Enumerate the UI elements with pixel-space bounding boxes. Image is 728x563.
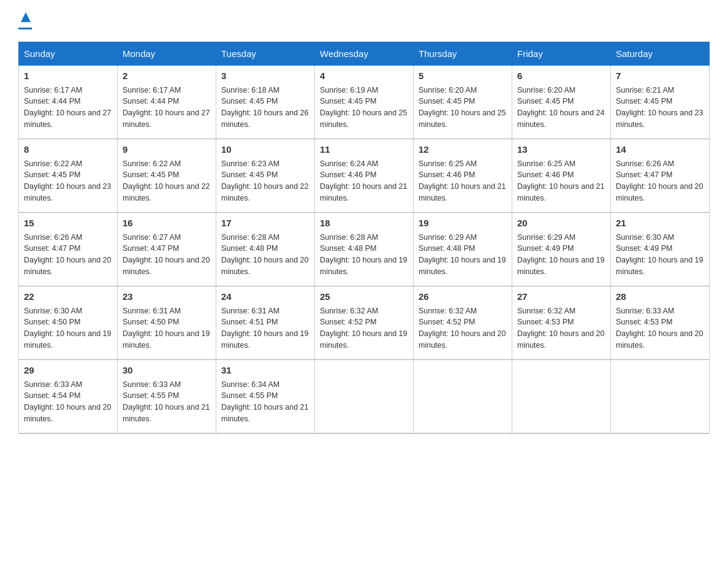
day-info: Sunrise: 6:17 AMSunset: 4:44 PMDaylight:… bbox=[24, 85, 112, 131]
day-info: Sunrise: 6:17 AMSunset: 4:44 PMDaylight:… bbox=[123, 85, 211, 131]
calendar-cell: 5Sunrise: 6:20 AMSunset: 4:45 PMDaylight… bbox=[414, 66, 512, 139]
day-info: Sunrise: 6:29 AMSunset: 4:48 PMDaylight:… bbox=[419, 232, 507, 278]
col-header-sunday: Sunday bbox=[19, 42, 118, 66]
calendar-header-row: SundayMondayTuesdayWednesdayThursdayFrid… bbox=[19, 42, 710, 66]
calendar-cell: 13Sunrise: 6:25 AMSunset: 4:46 PMDayligh… bbox=[512, 139, 611, 213]
day-number: 14 bbox=[616, 143, 704, 157]
day-number: 23 bbox=[123, 290, 211, 304]
day-number: 31 bbox=[221, 364, 309, 378]
day-number: 11 bbox=[320, 143, 408, 157]
day-info: Sunrise: 6:34 AMSunset: 4:55 PMDaylight:… bbox=[221, 379, 309, 425]
day-info: Sunrise: 6:21 AMSunset: 4:45 PMDaylight:… bbox=[616, 85, 704, 131]
page-header bbox=[18, 12, 710, 29]
calendar-cell: 6Sunrise: 6:20 AMSunset: 4:45 PMDaylight… bbox=[512, 66, 611, 139]
day-number: 30 bbox=[123, 364, 211, 378]
day-info: Sunrise: 6:32 AMSunset: 4:53 PMDaylight:… bbox=[517, 305, 605, 351]
day-info: Sunrise: 6:26 AMSunset: 4:47 PMDaylight:… bbox=[24, 232, 112, 278]
calendar-cell: 7Sunrise: 6:21 AMSunset: 4:45 PMDaylight… bbox=[611, 66, 710, 139]
day-info: Sunrise: 6:25 AMSunset: 4:46 PMDaylight:… bbox=[419, 158, 507, 204]
day-info: Sunrise: 6:30 AMSunset: 4:49 PMDaylight:… bbox=[616, 232, 704, 278]
calendar-cell: 1Sunrise: 6:17 AMSunset: 4:44 PMDaylight… bbox=[19, 66, 118, 139]
day-info: Sunrise: 6:23 AMSunset: 4:45 PMDaylight:… bbox=[221, 158, 309, 204]
calendar-week-row: 29Sunrise: 6:33 AMSunset: 4:54 PMDayligh… bbox=[19, 360, 710, 434]
day-info: Sunrise: 6:22 AMSunset: 4:45 PMDaylight:… bbox=[123, 158, 211, 204]
day-info: Sunrise: 6:25 AMSunset: 4:46 PMDaylight:… bbox=[517, 158, 605, 204]
day-info: Sunrise: 6:31 AMSunset: 4:50 PMDaylight:… bbox=[123, 305, 211, 351]
calendar-week-row: 15Sunrise: 6:26 AMSunset: 4:47 PMDayligh… bbox=[19, 213, 710, 286]
logo bbox=[18, 12, 32, 29]
day-number: 21 bbox=[616, 216, 704, 231]
calendar-cell: 22Sunrise: 6:30 AMSunset: 4:50 PMDayligh… bbox=[19, 286, 118, 360]
day-number: 6 bbox=[517, 69, 605, 83]
calendar-cell: 16Sunrise: 6:27 AMSunset: 4:47 PMDayligh… bbox=[118, 213, 216, 286]
day-number: 15 bbox=[24, 216, 112, 231]
day-info: Sunrise: 6:33 AMSunset: 4:53 PMDaylight:… bbox=[616, 305, 704, 351]
col-header-thursday: Thursday bbox=[414, 42, 512, 66]
calendar-cell bbox=[611, 360, 710, 434]
day-number: 7 bbox=[616, 69, 704, 83]
calendar-cell: 19Sunrise: 6:29 AMSunset: 4:48 PMDayligh… bbox=[414, 213, 512, 286]
calendar-cell: 11Sunrise: 6:24 AMSunset: 4:46 PMDayligh… bbox=[315, 139, 414, 213]
day-number: 26 bbox=[419, 290, 507, 304]
calendar-cell: 30Sunrise: 6:33 AMSunset: 4:55 PMDayligh… bbox=[118, 360, 216, 434]
day-info: Sunrise: 6:32 AMSunset: 4:52 PMDaylight:… bbox=[320, 305, 408, 351]
day-number: 8 bbox=[24, 143, 112, 157]
day-number: 27 bbox=[517, 290, 605, 304]
calendar-cell: 23Sunrise: 6:31 AMSunset: 4:50 PMDayligh… bbox=[118, 286, 216, 360]
day-info: Sunrise: 6:20 AMSunset: 4:45 PMDaylight:… bbox=[419, 85, 507, 131]
calendar-cell bbox=[512, 360, 611, 434]
day-info: Sunrise: 6:26 AMSunset: 4:47 PMDaylight:… bbox=[616, 158, 704, 204]
day-number: 1 bbox=[24, 69, 112, 83]
calendar-cell: 21Sunrise: 6:30 AMSunset: 4:49 PMDayligh… bbox=[611, 213, 710, 286]
calendar-cell: 17Sunrise: 6:28 AMSunset: 4:48 PMDayligh… bbox=[216, 213, 315, 286]
day-info: Sunrise: 6:33 AMSunset: 4:55 PMDaylight:… bbox=[123, 379, 211, 425]
day-info: Sunrise: 6:28 AMSunset: 4:48 PMDaylight:… bbox=[221, 232, 309, 278]
calendar-cell: 20Sunrise: 6:29 AMSunset: 4:49 PMDayligh… bbox=[512, 213, 611, 286]
calendar-cell: 10Sunrise: 6:23 AMSunset: 4:45 PMDayligh… bbox=[216, 139, 315, 213]
day-info: Sunrise: 6:20 AMSunset: 4:45 PMDaylight:… bbox=[517, 85, 605, 131]
calendar-cell: 27Sunrise: 6:32 AMSunset: 4:53 PMDayligh… bbox=[512, 286, 611, 360]
day-info: Sunrise: 6:31 AMSunset: 4:51 PMDaylight:… bbox=[221, 305, 309, 351]
day-info: Sunrise: 6:30 AMSunset: 4:50 PMDaylight:… bbox=[24, 305, 112, 351]
calendar-table: SundayMondayTuesdayWednesdayThursdayFrid… bbox=[18, 42, 710, 434]
col-header-monday: Monday bbox=[118, 42, 216, 66]
day-number: 2 bbox=[123, 69, 211, 83]
calendar-cell: 12Sunrise: 6:25 AMSunset: 4:46 PMDayligh… bbox=[414, 139, 512, 213]
calendar-cell: 26Sunrise: 6:32 AMSunset: 4:52 PMDayligh… bbox=[414, 286, 512, 360]
day-number: 13 bbox=[517, 143, 605, 157]
day-number: 28 bbox=[616, 290, 704, 304]
day-number: 9 bbox=[123, 143, 211, 157]
calendar-cell: 4Sunrise: 6:19 AMSunset: 4:45 PMDaylight… bbox=[315, 66, 414, 139]
day-number: 19 bbox=[419, 216, 507, 231]
day-number: 5 bbox=[419, 69, 507, 83]
calendar-cell: 15Sunrise: 6:26 AMSunset: 4:47 PMDayligh… bbox=[19, 213, 118, 286]
calendar-cell: 29Sunrise: 6:33 AMSunset: 4:54 PMDayligh… bbox=[19, 360, 118, 434]
day-number: 25 bbox=[320, 290, 408, 304]
calendar-cell: 8Sunrise: 6:22 AMSunset: 4:45 PMDaylight… bbox=[19, 139, 118, 213]
day-info: Sunrise: 6:29 AMSunset: 4:49 PMDaylight:… bbox=[517, 232, 605, 278]
day-number: 20 bbox=[517, 216, 605, 231]
day-number: 3 bbox=[221, 69, 309, 83]
calendar-week-row: 8Sunrise: 6:22 AMSunset: 4:45 PMDaylight… bbox=[19, 139, 710, 213]
day-info: Sunrise: 6:19 AMSunset: 4:45 PMDaylight:… bbox=[320, 85, 408, 131]
calendar-week-row: 1Sunrise: 6:17 AMSunset: 4:44 PMDaylight… bbox=[19, 66, 710, 139]
day-number: 10 bbox=[221, 143, 309, 157]
calendar-cell: 25Sunrise: 6:32 AMSunset: 4:52 PMDayligh… bbox=[315, 286, 414, 360]
logo-triangle-icon bbox=[20, 11, 32, 23]
calendar-cell: 14Sunrise: 6:26 AMSunset: 4:47 PMDayligh… bbox=[611, 139, 710, 213]
day-number: 22 bbox=[24, 290, 112, 304]
logo-underline bbox=[18, 28, 32, 29]
day-number: 4 bbox=[320, 69, 408, 83]
day-number: 17 bbox=[221, 216, 309, 231]
col-header-saturday: Saturday bbox=[611, 42, 710, 66]
day-number: 29 bbox=[24, 364, 112, 378]
calendar-week-row: 22Sunrise: 6:30 AMSunset: 4:50 PMDayligh… bbox=[19, 286, 710, 360]
day-number: 18 bbox=[320, 216, 408, 231]
calendar-cell bbox=[315, 360, 414, 434]
calendar-cell: 28Sunrise: 6:33 AMSunset: 4:53 PMDayligh… bbox=[611, 286, 710, 360]
col-header-friday: Friday bbox=[512, 42, 611, 66]
calendar-cell: 9Sunrise: 6:22 AMSunset: 4:45 PMDaylight… bbox=[118, 139, 216, 213]
calendar-cell: 31Sunrise: 6:34 AMSunset: 4:55 PMDayligh… bbox=[216, 360, 315, 434]
day-info: Sunrise: 6:33 AMSunset: 4:54 PMDaylight:… bbox=[24, 379, 112, 425]
day-info: Sunrise: 6:27 AMSunset: 4:47 PMDaylight:… bbox=[123, 232, 211, 278]
